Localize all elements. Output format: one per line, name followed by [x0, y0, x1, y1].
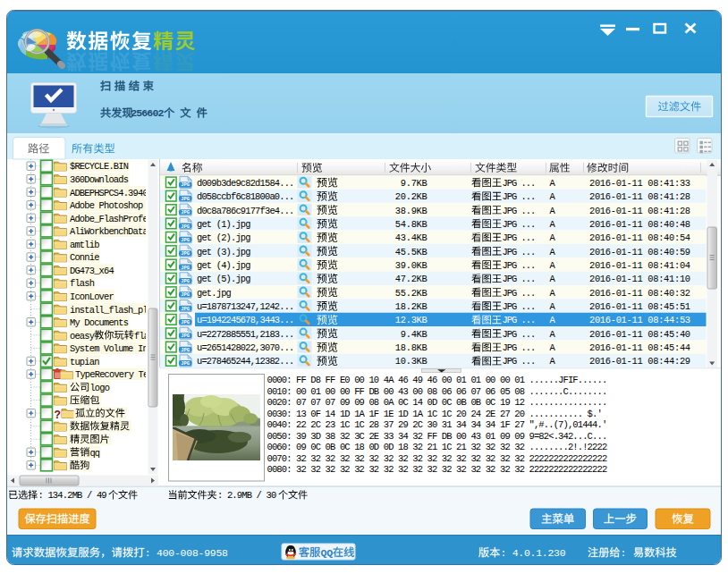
svg-text:2016-01-11 08:41:04: 2016-01-11 08:41:04 — [589, 260, 690, 271]
svg-text:A: A — [550, 288, 556, 299]
svg-text:JPG: JPG — [181, 182, 190, 188]
svg-text:JPG: JPG — [181, 210, 190, 215]
svg-text:JPG ...: JPG ... — [503, 206, 536, 216]
svg-text:JPG: JPG — [181, 251, 190, 257]
svg-text:JPG: JPG — [181, 348, 190, 353]
svg-text:TypeRecovery Test: TypeRecovery Test — [75, 369, 158, 380]
svg-text:256602: 256602 — [131, 107, 164, 119]
svg-text:A: A — [550, 260, 556, 271]
svg-text:0020: 07 07 07 09 09 08 0A 0C: 0020: 07 07 07 09 09 08 0A 0C 14 0D 0C 0… — [267, 397, 607, 408]
svg-text:2016-01-11 08:41:33: 2016-01-11 08:41:33 — [589, 178, 690, 189]
svg-text:get.jpg: get.jpg — [197, 288, 232, 299]
svg-text:Adobe_FlashProfes: Adobe_FlashProfes — [70, 214, 153, 224]
svg-text:JPG ...: JPG ... — [503, 232, 536, 243]
svg-text:oeasy: oeasy — [70, 331, 95, 342]
svg-text:JPG ...: JPG ... — [503, 315, 536, 325]
svg-text:get (5).jpg: get (5).jpg — [197, 274, 250, 284]
svg-text:JPG: JPG — [181, 307, 190, 312]
svg-text:: 400-008-9958: : 400-008-9958 — [145, 548, 228, 559]
svg-text:JPG: JPG — [181, 361, 190, 367]
svg-text:43.4KB: 43.4KB — [395, 232, 427, 243]
svg-text:JPG: JPG — [181, 333, 190, 339]
svg-text:u=278465244,12382...: u=278465244,12382... — [197, 356, 294, 367]
svg-text:A: A — [550, 274, 556, 284]
svg-text:2016-01-11 08:40:32: 2016-01-11 08:40:32 — [589, 288, 690, 299]
svg-text:AliWorkbenchData: AliWorkbenchData — [70, 226, 148, 237]
svg-text:A: A — [550, 329, 556, 340]
svg-text:u=2651428022,3070...: u=2651428022,3070... — [197, 342, 294, 353]
svg-text:A: A — [550, 191, 556, 202]
svg-text:get (1).jpg: get (1).jpg — [197, 219, 250, 230]
svg-text:JPG: JPG — [181, 266, 190, 271]
svg-text:360Downloads: 360Downloads — [70, 174, 129, 185]
svg-text:A: A — [550, 232, 556, 243]
svg-text:: 2.9MB / 30: : 2.9MB / 30 — [217, 490, 276, 501]
svg-text:flash: flash — [70, 278, 95, 289]
svg-text:2016-01-11 08:41:10: 2016-01-11 08:41:10 — [589, 274, 690, 284]
svg-text:qq: qq — [89, 448, 99, 459]
svg-text::: : — [621, 548, 627, 559]
svg-text:A: A — [550, 206, 556, 216]
svg-text:9.7KB: 9.7KB — [401, 178, 427, 189]
svg-text:DG473_x64: DG473_x64 — [70, 266, 114, 276]
svg-text:0000: FF D8 FF E0 00 10 4A 46: 0000: FF D8 FF E0 00 10 4A 46 49 46 00 0… — [267, 375, 607, 385]
svg-text:0030: 13 0F 14 1D 1A 1F 1E 1D: 0030: 13 0F 14 1D 1A 1F 1E 1D 1A 1C 1C 2… — [267, 409, 602, 419]
svg-text:0060: 09 0C 0B 0C 18 0D 0D 18: 0060: 09 0C 0B 0C 18 0D 0D 18 32 21 1C 2… — [267, 442, 607, 452]
svg-text:u=2272885551,2183...: u=2272885551,2183... — [197, 329, 294, 340]
svg-text:Adobe Photoshop C: Adobe Photoshop C — [70, 200, 153, 211]
svg-text:JPG ...: JPG ... — [503, 191, 536, 202]
svg-text:get (3).jpg: get (3).jpg — [197, 247, 250, 257]
svg-text:9.4KB: 9.4KB — [401, 329, 427, 340]
svg-text:JPG: JPG — [181, 320, 190, 325]
svg-text:JPG ...: JPG ... — [503, 342, 536, 353]
svg-text:12.3KB: 12.3KB — [395, 315, 427, 325]
svg-text:A: A — [550, 219, 556, 230]
svg-text:2016-01-11 08:41:28: 2016-01-11 08:41:28 — [589, 206, 690, 216]
svg-text:A: A — [550, 315, 556, 325]
svg-text:JPG: JPG — [181, 224, 190, 230]
svg-text:u=1878713247,1242...: u=1878713247,1242... — [197, 301, 294, 312]
svg-text:2016-01-11 08:45:40: 2016-01-11 08:45:40 — [589, 329, 690, 340]
svg-text:ADBEPHSPCS4.39402: ADBEPHSPCS4.39402 — [70, 188, 153, 198]
svg-text:2016-01-11 08:45:44: 2016-01-11 08:45:44 — [589, 342, 690, 353]
svg-text:JPG ...: JPG ... — [503, 274, 536, 284]
svg-text:0040: 22 2C 23 1C 1C 28 37 29: 0040: 22 2C 23 1C 1C 28 37 29 2C 30 31 3… — [267, 419, 607, 430]
svg-text:?: ? — [55, 409, 62, 422]
svg-text:My Documents: My Documents — [70, 317, 129, 328]
svg-text:JPG ...: JPG ... — [503, 356, 536, 367]
svg-text:JPG: JPG — [181, 197, 190, 202]
svg-text:A: A — [550, 356, 556, 367]
svg-text:A: A — [550, 178, 556, 189]
svg-text:tupian: tupian — [70, 357, 99, 367]
svg-text:2016-01-11 08:45:51: 2016-01-11 08:45:51 — [589, 301, 690, 312]
svg-text:2016-01-11 08:41:28: 2016-01-11 08:41:28 — [589, 191, 690, 202]
svg-text:JPG ...: JPG ... — [503, 260, 536, 271]
svg-text:JPG ...: JPG ... — [503, 288, 536, 299]
svg-text:d058ccbf6c81800a0...: d058ccbf6c81800a0... — [197, 191, 294, 202]
svg-text:install_flash_pl: install_flash_pl — [70, 305, 148, 316]
svg-text:d009b3de9c82d1584...: d009b3de9c82d1584... — [197, 178, 294, 189]
svg-text:get (2).jpg: get (2).jpg — [197, 232, 250, 243]
svg-text:System Volume Inf: System Volume Inf — [70, 343, 153, 354]
svg-text:IconLover: IconLover — [70, 291, 114, 302]
svg-text:JPG ...: JPG ... — [503, 247, 536, 257]
svg-text:10.3KB: 10.3KB — [395, 356, 427, 367]
svg-text:QQ: QQ — [321, 547, 334, 559]
svg-text:JPG: JPG — [181, 292, 190, 298]
svg-text:A: A — [550, 342, 556, 353]
svg-text:2016-01-11 08:40:59: 2016-01-11 08:40:59 — [589, 247, 690, 257]
svg-text:0010: 00 01 00 00 FF DB 00 43: 0010: 00 01 00 00 FF DB 00 43 00 08 06 0… — [267, 386, 607, 397]
svg-text:2016-01-11 08:44:53: 2016-01-11 08:44:53 — [589, 315, 690, 325]
svg-text:39.0KB: 39.0KB — [395, 260, 427, 271]
svg-text:45.5KB: 45.5KB — [395, 247, 427, 257]
svg-text:A: A — [550, 247, 556, 257]
svg-text:JPG ...: JPG ... — [503, 178, 536, 189]
svg-text:0070: 32 32 32 32 32 32 32 32: 0070: 32 32 32 32 32 32 32 32 32 32 32 3… — [267, 453, 607, 464]
svg-text:47.2KB: 47.2KB — [395, 274, 427, 284]
svg-text:Connie: Connie — [70, 252, 99, 263]
svg-text:JPG ...: JPG ... — [503, 219, 536, 230]
svg-text:54.8KB: 54.8KB — [395, 219, 427, 230]
svg-text:JPG ...: JPG ... — [503, 301, 536, 312]
svg-text:: 4.0.1.230: : 4.0.1.230 — [500, 548, 565, 559]
svg-text:2016-01-11 08:40:48: 2016-01-11 08:40:48 — [589, 219, 690, 230]
